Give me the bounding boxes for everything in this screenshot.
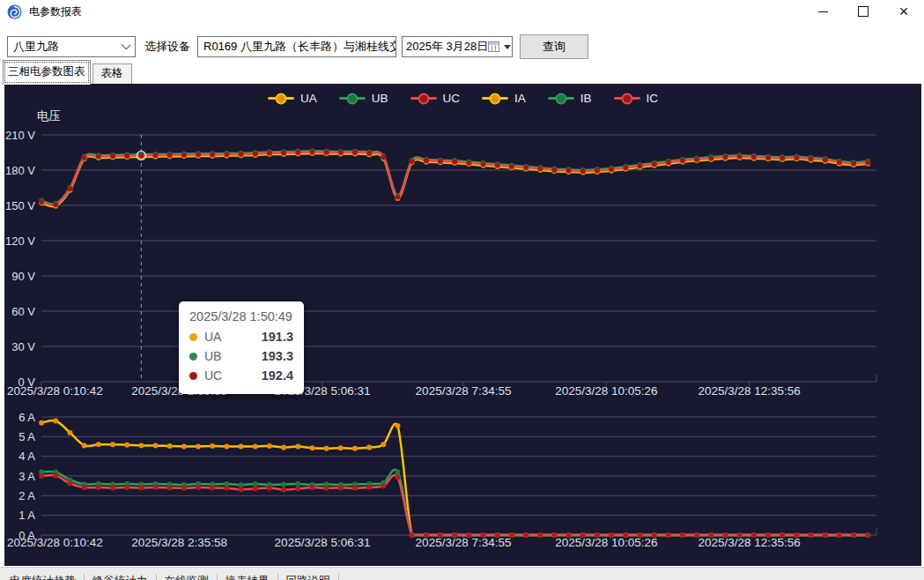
y-axis-tick-label: 6 A: [18, 411, 35, 424]
data-point: [737, 532, 743, 538]
data-point: [652, 532, 657, 538]
data-point: [196, 152, 201, 158]
series-IB: [39, 470, 870, 539]
tooltip-series-value: 191.3: [262, 330, 293, 344]
data-point: [124, 442, 129, 448]
data-point: [39, 473, 44, 479]
data-point: [837, 532, 842, 538]
x-axis-tick-label: 2025/3/28 12:35:56: [698, 536, 800, 549]
data-point: [381, 483, 386, 488]
data-point: [267, 485, 272, 490]
data-point: [39, 420, 44, 426]
data-point: [381, 442, 386, 447]
data-point: [310, 485, 315, 490]
device-select-value: R0169 八里九路（长丰路）与湘桂线交: [203, 39, 396, 55]
data-point: [395, 475, 401, 480]
data-point: [82, 485, 87, 490]
data-point: [167, 485, 173, 490]
legend-swatch-icon: [410, 97, 437, 100]
legend-item-UA[interactable]: UA: [268, 92, 317, 105]
data-point: [837, 160, 842, 165]
background-tab[interactable]: 电度统计趋势: [2, 574, 85, 580]
legend-label: UB: [372, 92, 388, 105]
y-axis-tick-label: 30 V: [11, 340, 35, 353]
x-axis-tick-label: 2025/3/28 12:35:56: [698, 384, 800, 398]
data-point: [153, 485, 159, 490]
data-point: [53, 419, 58, 424]
data-point: [466, 160, 471, 166]
background-tab[interactable]: 回路说明: [278, 574, 339, 580]
legend-dot-icon: [346, 93, 358, 104]
data-point: [53, 473, 58, 479]
data-point: [352, 150, 358, 155]
data-point: [253, 152, 258, 157]
tab-table[interactable]: 表格: [92, 63, 132, 85]
tooltip-series-label: UB: [204, 349, 221, 363]
data-point: [124, 485, 129, 490]
legend-swatch-icon: [548, 97, 574, 100]
data-point: [537, 167, 543, 172]
data-point: [224, 486, 229, 491]
legend-label: UC: [443, 92, 461, 105]
data-point: [509, 532, 514, 538]
device-select[interactable]: R0169 八里九路（长丰路）与湘桂线交: [197, 36, 396, 57]
data-point: [680, 158, 685, 163]
data-point: [153, 442, 159, 448]
data-point: [366, 485, 372, 490]
data-point: [452, 532, 457, 538]
x-axis-tick-label: 2025/3/28 0:10:42: [7, 536, 103, 549]
data-point: [253, 487, 258, 492]
tooltip-rows: UA191.3UB193.3UC192.4: [189, 330, 293, 383]
date-picker[interactable]: 2025年 3月28日: [402, 36, 513, 57]
data-point: [338, 445, 344, 450]
chart-legend: UAUBUCIAIBIC: [4, 92, 921, 105]
data-point: [324, 486, 329, 491]
data-point: [424, 158, 429, 163]
data-point: [210, 443, 215, 449]
data-point: [110, 485, 115, 490]
data-point: [694, 532, 699, 538]
data-point: [68, 186, 73, 191]
tooltip-series-value: 193.3: [262, 349, 293, 363]
y-axis-tick-label: 1 A: [18, 509, 35, 522]
background-tab[interactable]: 在线监测: [157, 574, 218, 580]
data-point: [82, 442, 87, 448]
data-point: [809, 156, 814, 161]
series-line: [41, 420, 868, 535]
window-controls: ×: [802, 0, 924, 23]
data-point: [281, 481, 286, 487]
background-tab[interactable]: 接表结果: [218, 574, 278, 580]
x-axis-tick-label: 2025/3/28 5:06:31: [275, 536, 371, 549]
charts-canvas[interactable]: 210 V180 V150 V120 V90 V60 V30 V0 V2025/…: [4, 84, 921, 566]
legend-item-UC[interactable]: UC: [410, 92, 461, 105]
data-point: [181, 152, 187, 158]
data-point: [751, 154, 757, 160]
station-select[interactable]: 八里九路: [7, 36, 136, 57]
legend-item-IA[interactable]: IA: [482, 92, 526, 105]
legend-dot-icon: [555, 93, 566, 104]
data-point: [765, 532, 771, 538]
legend-dot-icon: [275, 93, 286, 104]
data-point: [138, 442, 144, 448]
background-tab[interactable]: 峰谷统计力: [85, 574, 157, 580]
tab-three-phase-chart[interactable]: 三相电参数图表: [3, 60, 91, 85]
minimize-button[interactable]: [802, 0, 843, 23]
close-button[interactable]: ×: [883, 0, 924, 23]
data-point: [267, 151, 272, 156]
data-point: [68, 481, 73, 487]
legend-dot-icon: [490, 93, 501, 104]
x-axis-tick-label: 2025/3/28 7:34:55: [416, 536, 512, 549]
data-point: [196, 444, 201, 450]
legend-item-IB[interactable]: IB: [548, 92, 592, 105]
maximize-button[interactable]: [843, 0, 883, 23]
data-point: [281, 487, 286, 493]
data-point: [566, 168, 572, 174]
legend-swatch-icon: [614, 97, 640, 100]
query-button[interactable]: 查询: [520, 34, 588, 59]
y-axis-tick-label: 60 V: [11, 305, 35, 318]
legend-item-IC[interactable]: IC: [614, 92, 659, 105]
data-point: [509, 164, 514, 169]
legend-item-UB[interactable]: UB: [339, 92, 388, 105]
data-point: [823, 532, 828, 538]
data-point: [865, 532, 870, 538]
